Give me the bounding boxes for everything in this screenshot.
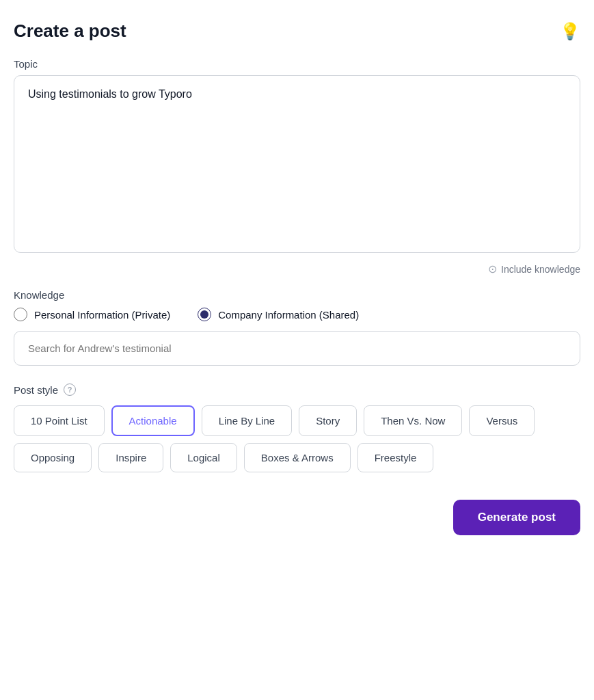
- style-btn-story[interactable]: Story: [299, 405, 357, 436]
- style-btn-then-vs-now[interactable]: Then Vs. Now: [364, 405, 462, 436]
- page-title: Create a post: [14, 21, 126, 42]
- radio-company[interactable]: Company Information (Shared): [198, 308, 359, 321]
- style-btn-actionable[interactable]: Actionable: [111, 405, 195, 436]
- knowledge-radios: Personal Information (Private) Company I…: [14, 308, 580, 321]
- style-btn-versus[interactable]: Versus: [469, 405, 535, 436]
- style-btn-freestyle[interactable]: Freestyle: [357, 443, 434, 472]
- style-btn-logical[interactable]: Logical: [170, 443, 237, 472]
- page-header: Create a post 💡: [14, 21, 580, 42]
- include-knowledge-row: ⊙ Include knowledge: [14, 262, 580, 275]
- style-buttons-row: 10 Point ListActionableLine By LineStory…: [14, 405, 580, 472]
- generate-post-button[interactable]: Generate post: [453, 500, 580, 535]
- post-style-section: Post style ? 10 Point ListActionableLine…: [14, 383, 580, 472]
- radio-company-input[interactable]: [198, 308, 211, 321]
- post-style-label: Post style: [14, 384, 58, 396]
- style-btn-inspire[interactable]: Inspire: [98, 443, 163, 472]
- style-btn-boxes-arrows[interactable]: Boxes & Arrows: [244, 443, 351, 472]
- generate-row: Generate post: [14, 500, 580, 535]
- topic-label: Topic: [14, 58, 580, 70]
- bulb-icon[interactable]: 💡: [560, 22, 580, 41]
- knowledge-search-input[interactable]: [14, 331, 580, 366]
- radio-personal-input[interactable]: [14, 308, 27, 321]
- knowledge-section: Knowledge Personal Information (Private)…: [14, 289, 580, 366]
- help-icon[interactable]: ?: [64, 383, 76, 396]
- radio-personal-label: Personal Information (Private): [34, 309, 170, 321]
- topic-input[interactable]: [14, 75, 580, 253]
- style-btn-line-by-line[interactable]: Line By Line: [202, 405, 293, 436]
- style-btn-10-point-list[interactable]: 10 Point List: [14, 405, 105, 436]
- post-style-header: Post style ?: [14, 383, 580, 396]
- radio-company-label: Company Information (Shared): [218, 309, 359, 321]
- knowledge-label: Knowledge: [14, 289, 580, 301]
- radio-personal[interactable]: Personal Information (Private): [14, 308, 170, 321]
- style-btn-opposing[interactable]: Opposing: [14, 443, 92, 472]
- knowledge-icon: ⊙: [488, 262, 497, 275]
- include-knowledge-text[interactable]: Include knowledge: [501, 264, 580, 275]
